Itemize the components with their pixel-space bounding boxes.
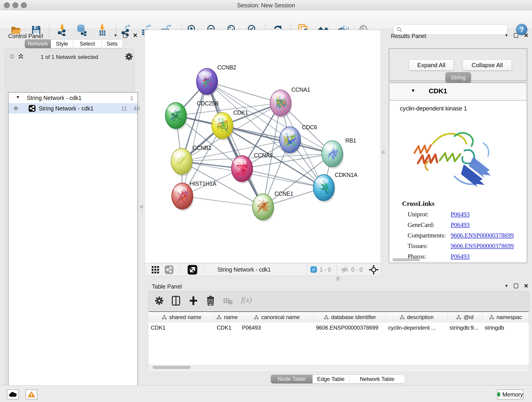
- column-header-shared-name[interactable]: shared name: [149, 312, 215, 322]
- birds-eye-view-icon[interactable]: [152, 266, 159, 274]
- result-expand-caret[interactable]: ▼: [411, 88, 415, 93]
- undock-panel-icon[interactable]: [514, 33, 518, 38]
- horizontal-splitter-handle[interactable]: [336, 276, 340, 281]
- share-view-icon[interactable]: [165, 265, 173, 274]
- results-panel-title: Results Panel: [391, 33, 426, 39]
- crosslink-value-link[interactable]: P06493: [451, 211, 470, 218]
- result-card-header[interactable]: ▼ CDK1: [389, 83, 527, 101]
- node-CCNB2[interactable]: [196, 69, 219, 96]
- protein-structure-image: [405, 115, 501, 195]
- table-horizontal-scrollbar[interactable]: [149, 365, 529, 370]
- node-CCNE1[interactable]: [253, 194, 274, 222]
- delete-table-icon[interactable]: [223, 297, 233, 305]
- network-view-toolbar: String Network - cdk1 ✓ 1 - 0 0 - 0: [145, 263, 381, 276]
- crosslink-label: GeneCard:: [408, 221, 434, 229]
- column-header--id[interactable]: @id: [447, 312, 482, 322]
- table-row[interactable]: CDK1CDK1P064939606.ENSP00000378699cyclin…: [149, 322, 529, 333]
- network-collection-row[interactable]: ▼ String Network - cdk1 1: [8, 93, 138, 103]
- table-cell[interactable]: P06493: [240, 322, 314, 333]
- network-node-count: 11: [121, 105, 127, 112]
- column-header-database-identifier[interactable]: database identifier: [314, 312, 386, 322]
- attribute-tree-icon: [489, 315, 494, 319]
- tab-string[interactable]: String: [445, 72, 471, 83]
- float-panel-icon[interactable]: ▼: [505, 284, 508, 288]
- column-header-canonical-name[interactable]: canonical name: [240, 312, 314, 322]
- node-label-CDC25B: CDC25B: [197, 100, 219, 107]
- undock-panel-icon[interactable]: [514, 283, 518, 288]
- crosslink-value-link[interactable]: P06493: [451, 221, 470, 229]
- network-row-selected[interactable]: String Network - cdk1 11 48: [8, 103, 138, 114]
- node-label-CCNE1: CCNE1: [274, 191, 293, 197]
- table-options-gear-icon[interactable]: [155, 296, 164, 305]
- table-cell[interactable]: stringdb: [482, 322, 529, 333]
- table-cell[interactable]: 9606.ENSP00000378699: [314, 322, 386, 333]
- right-splitter-handle[interactable]: [381, 151, 385, 154]
- node-CCNA2[interactable]: [231, 156, 253, 184]
- column-header-description[interactable]: description: [386, 312, 447, 322]
- network-options-gear-icon[interactable]: [125, 53, 133, 61]
- attribute-tree-icon: [456, 315, 461, 319]
- left-splitter-handle[interactable]: [140, 205, 143, 209]
- node-navigator-crosshair-icon[interactable]: [369, 265, 379, 275]
- hidden-eye-slash-icon[interactable]: [341, 266, 349, 273]
- toolbar-separator: [336, 265, 337, 275]
- crosslink-value-link[interactable]: 9606.ENSP00000378699: [451, 232, 514, 239]
- create-column-plus-icon[interactable]: [189, 296, 197, 306]
- node-CCNA1[interactable]: [270, 90, 292, 118]
- scrollbar-thumb[interactable]: [152, 366, 191, 369]
- node-CDK1[interactable]: [212, 113, 234, 140]
- node-HIST1H1A[interactable]: [172, 183, 194, 211]
- string-network-graph[interactable]: CCNB2CCNA1CDC25BCDK1CDC6RB1CCNB1CCNA2CDK…: [145, 30, 380, 263]
- table-toolbar: f(x): [148, 291, 529, 310]
- crosslink-label: Compartments:: [408, 232, 446, 239]
- tab-select[interactable]: Select: [73, 39, 101, 48]
- tab-edge-table[interactable]: Edge Table: [312, 375, 349, 383]
- node-RB1[interactable]: [322, 141, 344, 169]
- float-panel-icon[interactable]: ▼: [505, 33, 508, 37]
- network-canvas[interactable]: CCNB2CCNA1CDC25BCDK1CDC6RB1CCNB1CCNA2CDK…: [145, 30, 381, 263]
- collapse-all-button[interactable]: Collapse All: [462, 60, 512, 70]
- node-label-HIST1H1A: HIST1H1A: [190, 180, 216, 187]
- cloud-status-button[interactable]: [7, 389, 19, 400]
- function-builder-icon[interactable]: f(x): [241, 295, 252, 304]
- tab-style[interactable]: Style: [51, 39, 73, 48]
- float-panel-icon[interactable]: ▼: [114, 33, 118, 37]
- crosslink-value-link[interactable]: 9606.ENSP00000378699: [451, 242, 514, 249]
- network-label: String Network - cdk1: [39, 105, 94, 112]
- edge-HIST1H1A-CCNE1[interactable]: [182, 196, 263, 207]
- expand-all-button[interactable]: Expand All: [409, 60, 454, 70]
- node-CDKN1A[interactable]: [313, 175, 336, 203]
- tab-node-table[interactable]: Node Table: [271, 375, 312, 383]
- table-cell[interactable]: cyclin-dependent ...: [386, 322, 447, 333]
- table-cell[interactable]: CDK1: [149, 322, 215, 333]
- tab-network-table[interactable]: Network Table: [349, 375, 405, 383]
- node-CCNB1[interactable]: [171, 148, 193, 176]
- attribute-tree-icon: [324, 315, 329, 319]
- undock-panel-icon[interactable]: [123, 33, 127, 38]
- delete-column-trash-icon[interactable]: [207, 296, 215, 306]
- tab-sets[interactable]: Sets: [101, 39, 123, 48]
- results-hscroll-thumb[interactable]: [393, 258, 420, 261]
- tab-network[interactable]: Network: [25, 39, 51, 48]
- selected-checkbox-icon[interactable]: ✓: [310, 266, 317, 273]
- column-header-name[interactable]: name: [215, 312, 240, 322]
- table-cell[interactable]: CDK1: [215, 322, 240, 333]
- memory-status-dot: [497, 392, 500, 397]
- close-panel-icon[interactable]: ✕: [133, 32, 138, 38]
- warning-status-button[interactable]: [25, 389, 37, 400]
- open-in-new-view-icon[interactable]: [188, 265, 197, 274]
- hidden-count: 0 - 0: [351, 266, 363, 273]
- table-tabs: Node Table Edge Table Network Table: [271, 375, 405, 383]
- edge-CCNB2-HIST1H1A[interactable]: [182, 82, 207, 196]
- cloud-icon: [9, 392, 17, 397]
- collection-expand-caret[interactable]: ▼: [16, 95, 20, 100]
- edge-CCNA2-CDKN1A[interactable]: [242, 169, 324, 188]
- column-header-namespac[interactable]: namespac: [482, 312, 529, 322]
- show-columns-icon[interactable]: [172, 296, 180, 306]
- memory-button[interactable]: Memory: [497, 389, 524, 400]
- close-panel-icon[interactable]: ✕: [524, 32, 529, 38]
- close-panel-icon[interactable]: ✕: [524, 283, 529, 289]
- node-label-CCNA2: CCNA2: [254, 152, 273, 158]
- table-cell[interactable]: stringdb:9...: [447, 322, 482, 333]
- crosslink-value-link[interactable]: P06493: [451, 253, 470, 260]
